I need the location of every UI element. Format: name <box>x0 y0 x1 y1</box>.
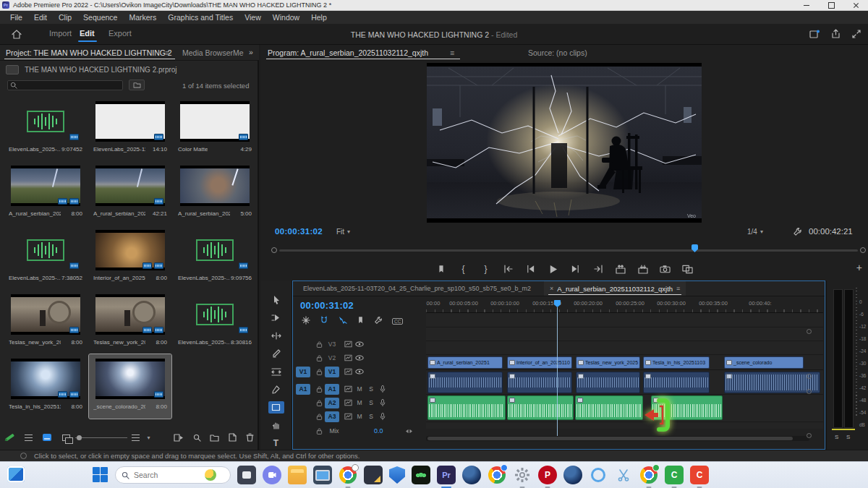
project-item[interactable]: ElevenLabs_2025-11-...14:10 <box>89 97 171 161</box>
widgets-icon[interactable] <box>7 466 25 482</box>
timeline-panel-menu-icon[interactable]: ≡ <box>676 285 680 292</box>
timeline-clip-v1[interactable]: Teslas_new_york_2025 <box>576 356 640 369</box>
project-item[interactable]: A_rural_serbian_202...42:21 <box>89 161 171 226</box>
edge-browser-icon-2[interactable] <box>563 466 582 484</box>
chrome-profile-green-icon[interactable] <box>639 466 658 484</box>
scrubber-right-handle[interactable] <box>860 247 866 253</box>
sort-icons-button[interactable] <box>127 435 144 441</box>
timeline-audio-clip-a1[interactable] <box>427 372 503 393</box>
timeline-tab-active[interactable]: × A_rural_serbian_202511032112_qxjth ≡ <box>544 281 686 296</box>
scrubber-left-handle[interactable] <box>271 247 277 253</box>
pinterest-icon[interactable]: P <box>538 466 557 484</box>
playback-resolution-dropdown[interactable]: 1/4▾ <box>747 228 763 236</box>
timeline-audio-clip-a1[interactable] <box>507 372 572 393</box>
timeline-current-timecode[interactable]: 00:00:31:02 <box>300 300 354 311</box>
track-target-a3[interactable]: A3 <box>325 411 339 422</box>
meter-solo-left[interactable]: S <box>835 434 838 440</box>
track-lock-icon[interactable] <box>313 384 325 394</box>
toggle-track-output-eye-icon[interactable] <box>354 367 365 377</box>
go-to-in-button[interactable] <box>502 263 515 275</box>
close-button[interactable] <box>843 0 868 11</box>
track-lock-icon[interactable] <box>313 398 325 408</box>
mark-out-button[interactable]: } <box>480 263 493 275</box>
voiceover-mic-icon[interactable] <box>377 398 388 408</box>
delete-button[interactable] <box>241 433 259 442</box>
tab-source[interactable]: Source: (no clips) <box>528 48 587 57</box>
notes-app-icon[interactable] <box>364 466 383 484</box>
premiere-pro-taskbar-icon[interactable]: Pr <box>437 466 456 484</box>
tab-truncated[interactable]: Me <box>233 48 244 57</box>
workspaces-icon[interactable] <box>809 28 820 41</box>
mode-export[interactable]: Export <box>109 29 132 38</box>
voiceover-mic-icon[interactable] <box>377 411 388 421</box>
new-bin-button[interactable] <box>205 434 224 442</box>
timeline-lanes[interactable]: A_rural_serbian_20251 Interior_of_an_202… <box>426 313 823 429</box>
freeform-view-button[interactable] <box>56 435 75 441</box>
mute-track-button[interactable]: M <box>354 384 365 394</box>
razor-tool[interactable] <box>268 347 284 360</box>
track-lock-icon[interactable] <box>313 367 325 377</box>
menu-edit[interactable]: Edit <box>28 13 53 22</box>
minimize-button[interactable] <box>794 0 819 11</box>
scroll-handle[interactable] <box>807 329 812 334</box>
timeline-clip-v1[interactable]: A_rural_serbian_20251 <box>427 356 503 369</box>
edge-browser-icon[interactable] <box>462 466 481 484</box>
project-item[interactable]: A_rural_serbian_2025...5:00 <box>174 161 256 226</box>
menu-graphics-titles[interactable]: Graphics and Titles <box>162 13 239 22</box>
snipping-tool-icon[interactable] <box>614 466 633 484</box>
maximize-button[interactable] <box>819 0 843 11</box>
sync-lock-icon[interactable] <box>342 398 354 408</box>
mark-in-button[interactable]: { <box>457 263 470 275</box>
track-lock-icon[interactable] <box>313 353 325 363</box>
track-lock-icon[interactable] <box>313 411 325 421</box>
linked-selection-icon[interactable] <box>338 314 347 328</box>
type-tool[interactable]: T <box>268 437 284 450</box>
selection-tool[interactable] <box>268 294 284 307</box>
share-icon[interactable] <box>831 28 841 41</box>
close-tab-icon[interactable]: × <box>550 285 553 292</box>
project-root-row[interactable]: THE MAN WHO HACKED LIGHTNING 2.prproj <box>6 65 177 74</box>
find-button[interactable] <box>189 434 205 442</box>
track-lock-icon[interactable] <box>313 426 325 436</box>
scroll-handle[interactable] <box>807 374 812 379</box>
track-target-v1[interactable]: V1 <box>325 367 339 377</box>
rectangle-tool-selected[interactable] <box>268 401 284 414</box>
home-icon[interactable] <box>7 27 26 40</box>
chrome-profile-blue-icon[interactable] <box>488 466 506 484</box>
teams-chat-icon[interactable] <box>263 466 281 484</box>
extract-button[interactable] <box>637 263 650 275</box>
track-lock-icon[interactable] <box>313 339 325 349</box>
file-explorer-icon[interactable] <box>288 466 307 484</box>
mute-track-button[interactable]: M <box>354 398 365 408</box>
menu-file[interactable]: File <box>4 13 28 22</box>
timeline-ruler[interactable]: 00:00 00:00:05:00 00:00:10:00 00:00:15:0… <box>426 299 823 313</box>
step-forward-button[interactable] <box>569 263 582 275</box>
sync-lock-icon[interactable] <box>342 339 354 349</box>
project-item[interactable]: ElevenLabs_2025-...8:30816 <box>174 290 256 354</box>
program-zoom-dropdown[interactable]: Fit▾ <box>336 228 350 236</box>
nest-toggle-icon[interactable] <box>302 314 310 328</box>
snap-magnet-icon[interactable] <box>320 314 328 328</box>
lift-button[interactable] <box>614 263 627 275</box>
scroll-handle[interactable] <box>807 433 812 438</box>
menu-window[interactable]: Window <box>267 13 305 22</box>
slip-tool[interactable] <box>268 365 284 378</box>
timeline-clip-v1[interactable]: Interior_of_an_2025110 <box>507 356 572 369</box>
menu-sequence[interactable]: Sequence <box>77 13 123 22</box>
solo-track-button[interactable]: S <box>365 398 377 408</box>
tab-media-browser[interactable]: Media Browser <box>182 48 233 57</box>
project-search-input[interactable] <box>20 82 117 89</box>
track-target-a2[interactable]: A2 <box>325 398 339 408</box>
add-marker-button[interactable] <box>435 263 448 275</box>
timeline-audio-clip-a2[interactable] <box>575 395 643 420</box>
comparison-view-button[interactable] <box>681 263 694 275</box>
automate-to-sequence-button[interactable] <box>169 434 190 442</box>
project-item[interactable]: ElevenLabs_2025-...9:07452 <box>4 97 87 161</box>
sort-chevron-icon[interactable]: ▾ <box>144 435 153 441</box>
windows-security-icon[interactable] <box>389 466 405 484</box>
button-editor-plus-icon[interactable]: + <box>856 262 862 273</box>
mode-import[interactable]: Import <box>49 29 72 38</box>
fullscreen-icon[interactable] <box>852 28 861 41</box>
program-settings-wrench-icon[interactable] <box>793 226 802 239</box>
project-item-selected[interactable]: _scene_colorado_2025...8:00 <box>89 354 171 419</box>
